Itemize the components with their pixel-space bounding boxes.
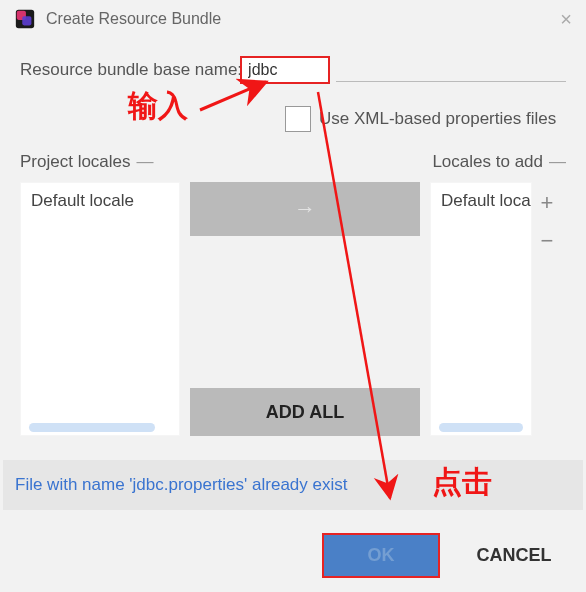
project-locales-list[interactable]: Default locale (20, 182, 180, 436)
ok-button[interactable]: OK (322, 533, 440, 578)
list-item[interactable]: Default locale (21, 183, 179, 219)
add-locale-button[interactable]: + (541, 190, 554, 216)
locales-to-add-header: Locales to add (432, 152, 543, 172)
scrollbar[interactable] (439, 423, 523, 432)
cancel-label: CANCEL (477, 545, 552, 566)
warning-bar: File with name 'jdbc.properties' already… (3, 460, 583, 510)
cancel-button[interactable]: CANCEL (458, 533, 570, 578)
base-name-underline (336, 58, 566, 82)
list-item[interactable]: Default locale (431, 183, 531, 219)
add-all-button[interactable]: ADD ALL (190, 388, 420, 436)
scrollbar[interactable] (29, 423, 155, 432)
base-name-label: Resource bundle base name: (20, 60, 242, 80)
locales-to-add-list[interactable]: Default locale (430, 182, 532, 436)
title-bar: Create Resource Bundle × (0, 0, 586, 38)
minus-icon: — (549, 152, 566, 172)
project-locales-header: Project locales (20, 152, 131, 172)
warning-text: File with name 'jdbc.properties' already… (15, 475, 347, 495)
remove-locale-button[interactable]: − (541, 228, 554, 254)
minus-icon: — (137, 152, 154, 172)
arrow-right-icon: → (294, 196, 316, 222)
app-icon (14, 8, 36, 30)
close-icon[interactable]: × (560, 9, 572, 29)
svg-rect-2 (22, 16, 31, 25)
base-name-input[interactable] (240, 56, 330, 84)
move-right-button[interactable]: → (190, 182, 420, 236)
title-text: Create Resource Bundle (46, 10, 221, 28)
xml-checkbox[interactable] (285, 106, 311, 132)
add-all-label: ADD ALL (266, 402, 344, 423)
ok-label: OK (368, 545, 395, 566)
xml-checkbox-label: Use XML-based properties files (319, 109, 556, 129)
